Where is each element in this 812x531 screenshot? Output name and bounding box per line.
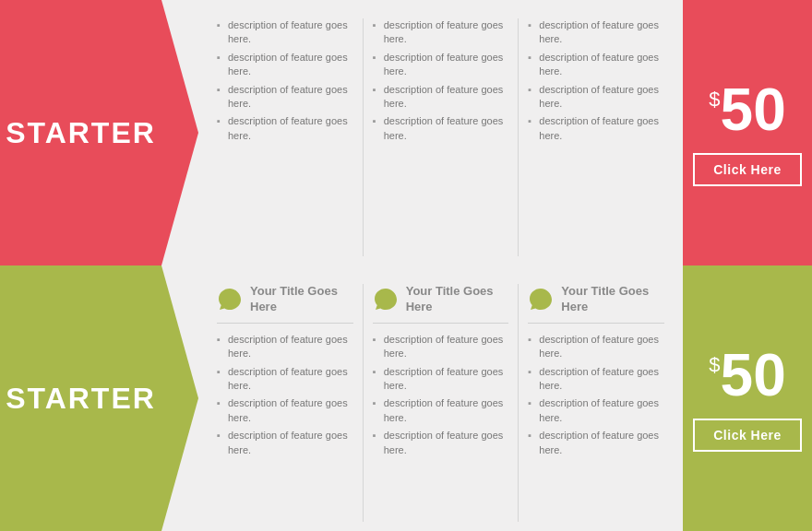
list-item: description of feature goes here. [528,51,664,79]
bottom-badge-area: STARTER [0,266,161,531]
list-item: description of feature goes here. [373,114,509,143]
bottom-price-number: 50 [721,346,786,405]
bottom-pricing-section: STARTER Your Title Goes Here description… [0,266,812,531]
bottom-col-2-title: Your Title Goes Here [406,284,509,315]
bottom-col-2-header: Your Title Goes Here [373,284,509,324]
bottom-price-display: $ 50 [709,346,785,405]
list-item: description of feature goes here. [528,396,664,425]
list-item: description of feature goes here. [217,396,353,425]
bottom-col-3-list: description of feature goes here. descri… [528,333,664,457]
list-item: description of feature goes here. [373,51,509,79]
list-item: description of feature goes here. [528,333,664,361]
bottom-col-1-icon [217,287,243,313]
bottom-price-area: $ 50 Click Here [683,266,812,531]
list-item: description of feature goes here. [373,365,509,394]
bottom-col-3-icon [528,287,554,313]
list-item: description of feature goes here. [373,18,509,47]
top-price-area: $ 50 Click Here [683,0,812,266]
top-col-1-list: description of feature goes here. descri… [217,18,353,143]
bottom-col-3-title: Your Title Goes Here [561,284,664,315]
top-col-2: Your Title Goes Here description of feat… [364,18,519,256]
bottom-content-area: Your Title Goes Here description of feat… [161,266,683,531]
bottom-col-2-icon [373,287,399,313]
list-item: description of feature goes here. [217,333,353,361]
top-cta-button[interactable]: Click Here [693,153,801,186]
top-pricing-section: STARTER Your Title Goes Here description… [0,0,812,266]
list-item: description of feature goes here. [373,429,509,457]
list-item: description of feature goes here. [528,18,664,47]
top-col-1: Your Title Goes Here description of feat… [208,18,364,256]
list-item: description of feature goes here. [217,365,353,394]
list-item: description of feature goes here. [217,429,353,457]
list-item: description of feature goes here. [217,51,353,79]
bottom-col-2-list: description of feature goes here. descri… [373,333,509,457]
list-item: description of feature goes here. [373,396,509,425]
list-item: description of feature goes here. [528,114,664,143]
list-item: description of feature goes here. [528,365,664,394]
top-badge-area: STARTER [0,0,161,266]
top-col-3: Your Title Goes Here description of feat… [519,18,674,256]
list-item: description of feature goes here. [373,333,509,361]
top-features-columns: Your Title Goes Here description of feat… [208,18,674,256]
top-price-number: 50 [721,80,786,139]
top-price-display: $ 50 [709,80,785,139]
top-badge-label: STARTER [6,116,156,150]
bottom-badge-label: STARTER [6,382,156,416]
list-item: description of feature goes here. [217,18,353,47]
top-content-area: Your Title Goes Here description of feat… [161,0,683,266]
top-col-3-list: description of feature goes here. descri… [528,18,664,143]
bottom-col-1: Your Title Goes Here description of feat… [208,284,364,522]
bottom-col-1-header: Your Title Goes Here [217,284,353,324]
list-item: description of feature goes here. [528,83,664,112]
list-item: description of feature goes here. [217,114,353,143]
list-item: description of feature goes here. [528,429,664,457]
bottom-col-3: Your Title Goes Here description of feat… [519,284,674,522]
top-col-2-list: description of feature goes here. descri… [373,18,509,143]
bottom-col-1-title: Your Title Goes Here [250,284,353,315]
bottom-cta-button[interactable]: Click Here [693,419,801,452]
list-item: description of feature goes here. [217,83,353,112]
bottom-col-2: Your Title Goes Here description of feat… [364,284,519,522]
list-item: description of feature goes here. [373,83,509,112]
bottom-price-dollar: $ [709,353,720,377]
top-price-dollar: $ [709,88,720,112]
bottom-features-columns: Your Title Goes Here description of feat… [208,284,674,522]
bottom-col-3-header: Your Title Goes Here [528,284,664,324]
bottom-col-1-list: description of feature goes here. descri… [217,333,353,457]
